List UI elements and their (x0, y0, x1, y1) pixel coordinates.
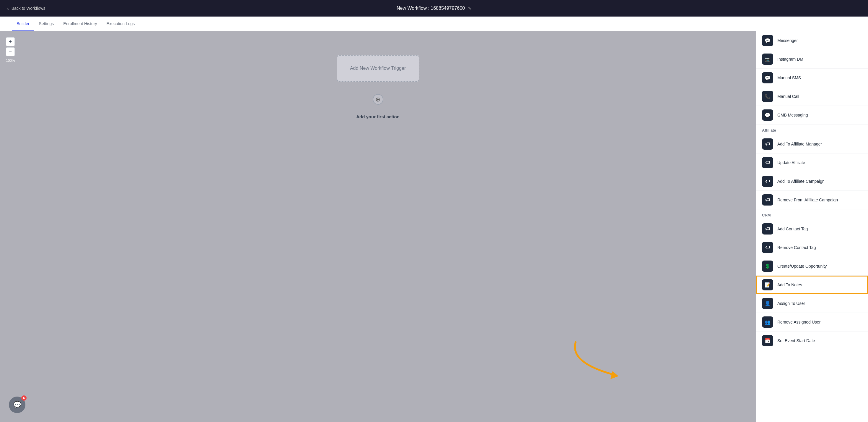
main-content: + − 100% Add New Workflow Trigger ⊕ Add … (0, 31, 868, 422)
sidebar-item-remove-affiliate-campaign[interactable]: 🏷 Remove From Affiliate Campaign (756, 191, 868, 209)
set-event-start-date-icon: 📅 (762, 335, 773, 346)
sidebar-item-add-contact-tag[interactable]: 🏷 Add Contact Tag (756, 220, 868, 238)
sidebar-item-assign-to-user[interactable]: 👤 Assign To User (756, 294, 868, 313)
sidebar-item-instagram-dm[interactable]: 📷 Instagram DM (756, 50, 868, 68)
chat-icon: 💬 (13, 401, 21, 409)
remove-assigned-user-label: Remove Assigned User (777, 320, 820, 325)
add-affiliate-campaign-label: Add To Affiliate Campaign (777, 179, 825, 184)
sidebar-item-remove-contact-tag[interactable]: 🏷 Remove Contact Tag (756, 238, 868, 257)
sidebar-item-update-affiliate[interactable]: 🏷 Update Affiliate (756, 153, 868, 172)
add-action-label: Add your first action (356, 114, 400, 119)
affiliate-section-header: Affiliate (756, 124, 868, 135)
back-button[interactable]: Back to Workflows (7, 5, 45, 11)
sidebar-item-gmb-messaging[interactable]: 💬 GMB Messaging (756, 106, 868, 124)
zoom-level: 100% (6, 59, 15, 63)
messenger-icon: 💬 (762, 35, 773, 46)
assign-to-user-label: Assign To User (777, 301, 805, 306)
add-contact-tag-label: Add Contact Tag (777, 227, 808, 231)
messaging-section: 💬 Messenger 📷 Instagram DM 💬 Manual SMS … (756, 31, 868, 124)
set-event-start-date-label: Set Event Start Date (777, 338, 815, 343)
sidebar-item-manual-call[interactable]: 📞 Manual Call (756, 87, 868, 106)
remove-contact-tag-icon: 🏷 (762, 242, 773, 253)
add-contact-tag-icon: 🏷 (762, 223, 773, 234)
update-affiliate-label: Update Affiliate (777, 160, 805, 165)
sidebar-item-manual-sms[interactable]: 💬 Manual SMS (756, 68, 868, 87)
crm-section-header: CRM (756, 209, 868, 220)
create-update-opportunity-label: Create/Update Opportunity (777, 264, 827, 269)
chat-widget[interactable]: 💬 6 (9, 397, 25, 413)
actions-sidebar: 💬 Messenger 📷 Instagram DM 💬 Manual SMS … (756, 31, 868, 422)
add-action-button[interactable]: ⊕ (373, 94, 383, 105)
instagram-dm-label: Instagram DM (777, 57, 803, 61)
remove-affiliate-campaign-label: Remove From Affiliate Campaign (777, 198, 838, 202)
tab-enrollment-history[interactable]: Enrollment History (59, 17, 102, 31)
gmb-messaging-label: GMB Messaging (777, 113, 808, 117)
sidebar-item-create-update-opportunity[interactable]: 💲 Create/Update Opportunity (756, 257, 868, 276)
add-to-notes-icon: 📝 (762, 279, 773, 290)
zoom-out-button[interactable]: − (6, 47, 15, 56)
zoom-controls: + − 100% (6, 37, 15, 63)
add-affiliate-manager-icon: 🏷 (762, 138, 773, 150)
remove-affiliate-campaign-icon: 🏷 (762, 194, 773, 205)
chat-badge: 6 (21, 395, 27, 401)
add-affiliate-manager-label: Add To Affiliate Manager (777, 142, 822, 146)
sidebar-item-add-to-notes[interactable]: 📝 Add To Notes (756, 276, 868, 294)
trigger-node[interactable]: Add New Workflow Trigger (337, 55, 420, 82)
tab-execution-logs[interactable]: Execution Logs (102, 17, 140, 31)
sidebar-item-set-event-start-date[interactable]: 📅 Set Event Start Date (756, 332, 868, 350)
manual-call-label: Manual Call (777, 94, 799, 99)
instagram-dm-icon: 📷 (762, 54, 773, 65)
edit-title-icon[interactable]: ✎ (468, 6, 471, 11)
remove-contact-tag-label: Remove Contact Tag (777, 245, 816, 250)
workflow-title: New Workflow : 1688549797600 ✎ (397, 6, 471, 11)
add-to-notes-label: Add To Notes (777, 282, 802, 287)
manual-sms-icon: 💬 (762, 72, 773, 83)
gmb-messaging-icon: 💬 (762, 109, 773, 121)
manual-call-icon: 📞 (762, 91, 773, 102)
affiliate-section: Affiliate 🏷 Add To Affiliate Manager 🏷 U… (756, 124, 868, 209)
create-update-opportunity-icon: 💲 (762, 260, 773, 272)
trigger-node-label: Add New Workflow Trigger (350, 66, 406, 71)
topbar: Back to Workflows New Workflow : 1688549… (0, 0, 868, 17)
update-affiliate-icon: 🏷 (762, 157, 773, 168)
tab-settings[interactable]: Settings (34, 17, 59, 31)
svg-marker-0 (611, 371, 618, 379)
tab-bar: Builder Settings Enrollment History Exec… (0, 17, 868, 31)
manual-sms-label: Manual SMS (777, 76, 801, 80)
sidebar-item-messenger[interactable]: 💬 Messenger (756, 31, 868, 50)
sidebar-item-remove-assigned-user[interactable]: 👥 Remove Assigned User (756, 313, 868, 332)
sidebar-item-add-affiliate-manager[interactable]: 🏷 Add To Affiliate Manager (756, 135, 868, 153)
workflow-canvas[interactable]: + − 100% Add New Workflow Trigger ⊕ Add … (0, 31, 756, 422)
messenger-label: Messenger (777, 38, 798, 43)
crm-section: CRM 🏷 Add Contact Tag 🏷 Remove Contact T… (756, 209, 868, 350)
zoom-in-button[interactable]: + (6, 37, 15, 46)
sidebar-item-add-affiliate-campaign[interactable]: 🏷 Add To Affiliate Campaign (756, 172, 868, 191)
back-label: Back to Workflows (11, 6, 45, 11)
add-affiliate-campaign-icon: 🏷 (762, 176, 773, 187)
add-action-connector: ⊕ (373, 82, 383, 105)
arrow-annotation (567, 339, 632, 387)
remove-assigned-user-icon: 👥 (762, 316, 773, 328)
connector-line (378, 82, 378, 94)
tab-builder[interactable]: Builder (12, 17, 34, 31)
assign-to-user-icon: 👤 (762, 298, 773, 309)
